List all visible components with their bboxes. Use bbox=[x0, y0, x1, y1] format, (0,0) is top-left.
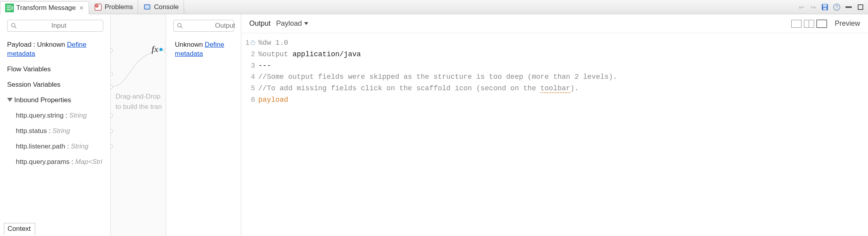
layout-single-icon[interactable] bbox=[791, 20, 802, 28]
mapping-hint: Drag-and-Dropto build the tran bbox=[116, 91, 162, 112]
input-panel: Payload : Unknown Define metadata Flow V… bbox=[0, 14, 111, 236]
mapping-canvas[interactable]: fx Drag-and-Dropto build the tran bbox=[111, 14, 166, 236]
view-tabbar: Transform Message ✕ ✕ Problems Console ↩… bbox=[0, 0, 868, 14]
svg-text:?: ? bbox=[836, 4, 838, 10]
tab-transform-message[interactable]: Transform Message ✕ bbox=[0, 1, 89, 14]
tab-console[interactable]: Console bbox=[138, 0, 184, 14]
map-endpoint[interactable] bbox=[164, 48, 166, 53]
svg-rect-7 bbox=[823, 4, 827, 7]
property-node[interactable]: http.status : String bbox=[7, 124, 103, 139]
tab-problems[interactable]: ✕ Problems bbox=[89, 0, 138, 14]
dataweave-editor: Output Payload Preview 1− 2 3 4 5 6 bbox=[241, 14, 868, 236]
output-panel: Unknown Define metadata bbox=[166, 14, 241, 236]
tab-label: Console bbox=[154, 3, 178, 11]
mapping-curve bbox=[111, 14, 166, 133]
svg-point-11 bbox=[11, 23, 15, 27]
back-icon[interactable]: ↩ bbox=[797, 3, 805, 11]
help-icon[interactable]: ? bbox=[832, 3, 841, 11]
svg-rect-5 bbox=[145, 5, 150, 9]
layout-three-icon[interactable] bbox=[817, 20, 827, 28]
property-node[interactable]: http.query.string : String bbox=[7, 108, 103, 124]
minimize-icon[interactable] bbox=[844, 3, 853, 11]
console-icon bbox=[143, 3, 152, 11]
session-variables-node[interactable]: Session Variables bbox=[7, 77, 103, 93]
output-search[interactable] bbox=[173, 20, 234, 32]
close-icon[interactable]: ✕ bbox=[79, 5, 84, 11]
output-label: Output bbox=[249, 19, 271, 28]
fold-icon[interactable]: − bbox=[250, 40, 255, 45]
svg-point-13 bbox=[178, 23, 181, 27]
flow-variables-node[interactable]: Flow Variables bbox=[7, 62, 103, 77]
layout-switcher bbox=[791, 20, 827, 28]
svg-line-12 bbox=[15, 27, 16, 28]
output-root-label: Unknown bbox=[175, 41, 205, 48]
editor-header: Output Payload Preview bbox=[241, 14, 868, 33]
transform-icon bbox=[5, 4, 14, 12]
search-icon bbox=[177, 23, 183, 29]
maximize-icon[interactable] bbox=[856, 3, 865, 11]
fx-icon[interactable]: fx bbox=[152, 45, 163, 54]
svg-rect-8 bbox=[823, 8, 826, 10]
output-target-selector[interactable]: Payload bbox=[276, 19, 308, 28]
editor-toolbar: ↩ ↪ ? bbox=[797, 0, 865, 14]
input-tree: Payload : Unknown Define metadata Flow V… bbox=[0, 36, 110, 169]
property-node[interactable]: http.listener.path : String bbox=[7, 139, 103, 154]
tab-label: Transform Message bbox=[16, 4, 76, 12]
code-body[interactable]: %dw 1.0 %output application/java --- //S… bbox=[258, 37, 617, 106]
inbound-properties-label: Inbound Properties bbox=[14, 96, 71, 104]
svg-line-14 bbox=[181, 27, 182, 28]
preview-button[interactable]: Preview bbox=[835, 19, 860, 28]
tab-label: Problems bbox=[105, 3, 133, 11]
code-area[interactable]: 1− 2 3 4 5 6 %dw 1.0 %output application… bbox=[241, 33, 868, 106]
output-root-node[interactable]: Unknown Define metadata bbox=[173, 37, 234, 62]
payload-label: Payload : Unknown bbox=[7, 41, 67, 48]
map-endpoint[interactable] bbox=[111, 144, 113, 148]
save-icon[interactable] bbox=[821, 3, 829, 11]
inbound-properties-node[interactable]: Inbound Properties bbox=[7, 93, 103, 108]
disclosure-triangle-icon[interactable] bbox=[7, 98, 13, 102]
problems-icon: ✕ bbox=[94, 3, 102, 11]
chevron-down-icon bbox=[304, 22, 308, 25]
property-node[interactable]: http.query.params : Map<Stri bbox=[7, 154, 103, 170]
search-icon bbox=[11, 23, 17, 29]
payload-node[interactable]: Payload : Unknown Define metadata bbox=[7, 37, 103, 62]
input-search[interactable] bbox=[7, 20, 103, 32]
input-search-field[interactable] bbox=[17, 22, 101, 30]
layout-split-icon[interactable] bbox=[804, 20, 814, 28]
line-gutter: 1− 2 3 4 5 6 bbox=[245, 37, 258, 106]
svg-text:✕: ✕ bbox=[96, 4, 98, 7]
context-tab[interactable]: Context bbox=[4, 223, 35, 235]
forward-icon[interactable]: ↪ bbox=[809, 3, 817, 11]
